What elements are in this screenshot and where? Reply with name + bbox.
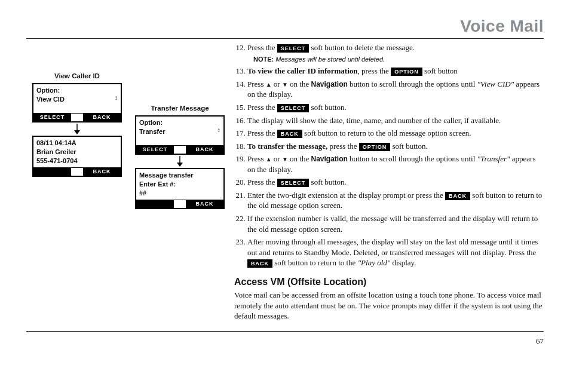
screen-line: Enter Ext #:: [139, 180, 220, 189]
screen-line: 555-471-0704: [36, 157, 118, 166]
fig1-screen1: Option: View CID↕ SELECT BACK: [32, 83, 122, 122]
step-22: If the extension number is valid, the me…: [247, 213, 544, 234]
screen-line: Brian Greiler: [36, 148, 118, 157]
softkey-select: SELECT: [136, 146, 174, 154]
flow-arrow-icon: [135, 156, 225, 167]
down-arrow-icon: ▼: [282, 156, 288, 163]
screen-line: Option:: [36, 86, 118, 95]
step-12: Press the SELECT soft button to delete t…: [247, 42, 544, 63]
screen-line: Message transfer: [139, 171, 220, 180]
step-23: After moving through all messages, the d…: [247, 237, 544, 268]
fig2-screen1: Option: Transfer↕ SELECT BACK: [135, 115, 225, 155]
fig2-screen2: Message transfer Enter Ext #: ## BACK: [135, 168, 225, 209]
step-21: Enter the two-digit extension at the dis…: [247, 190, 544, 211]
screen-line: 08/11 04:14A: [36, 139, 118, 148]
softkey-blank: [71, 168, 83, 176]
softkey-blank: [33, 168, 71, 176]
down-arrow-icon: ▼: [282, 81, 288, 88]
softkey-back: BACK: [186, 146, 223, 154]
section-title: Voice Mail: [26, 17, 544, 36]
back-button-icon: BACK: [445, 192, 470, 200]
screen-line: ##: [139, 189, 220, 198]
softkey-blank: [136, 200, 174, 208]
updown-icon: ↕: [217, 126, 221, 133]
up-arrow-icon: ▲: [266, 81, 272, 88]
page-number: 67: [26, 336, 544, 346]
softkey-select: SELECT: [33, 114, 71, 121]
select-button-icon: SELECT: [277, 179, 309, 187]
step-15: Press the SELECT soft button.: [247, 102, 544, 113]
access-vm-heading: Access VM (Offsite Location): [234, 275, 544, 289]
screen-line: Transfer↕: [139, 127, 220, 136]
select-button-icon: SELECT: [277, 44, 309, 53]
step-17: Press the BACK soft button to return to …: [247, 128, 544, 139]
svg-marker-3: [177, 163, 183, 167]
softkey-back: BACK: [83, 114, 121, 121]
up-arrow-icon: ▲: [266, 156, 272, 163]
step-13: To view the caller ID information, press…: [247, 66, 544, 76]
step-14: Press ▲ or ▼ on the Navigation button to…: [247, 79, 544, 100]
figure-column: View Caller ID Option: View CID↕ SELECT …: [26, 42, 223, 325]
option-button-icon: OPTION: [359, 143, 391, 151]
step-18: To transfer the message, press the OPTIO…: [247, 141, 544, 152]
option-button-icon: OPTION: [391, 68, 422, 76]
fig1-label: View Caller ID: [32, 72, 122, 79]
back-button-icon: BACK: [277, 130, 302, 138]
softkey-back: BACK: [83, 168, 121, 176]
step-16: The display will show the date, time, na…: [247, 115, 544, 126]
screen-line: Option:: [139, 118, 220, 127]
step-19: Press ▲ or ▼ on the Navigation button to…: [247, 154, 544, 174]
text-column: Press the SELECT soft button to delete t…: [234, 42, 544, 325]
back-button-icon: BACK: [247, 259, 272, 268]
access-vm-paragraph: Voice mail can be accessed from an offsi…: [234, 290, 544, 321]
bottom-rule: [26, 331, 544, 332]
softkey-blank: [174, 146, 186, 154]
softkey-blank: [174, 200, 186, 208]
top-rule: [26, 38, 544, 39]
svg-marker-1: [74, 130, 80, 134]
instruction-list: Press the SELECT soft button to delete t…: [234, 42, 544, 268]
note: NOTE: Messages will be stored until dele…: [253, 55, 544, 64]
select-button-icon: SELECT: [277, 104, 309, 112]
fig2-label: Transfer Message: [135, 105, 225, 112]
flow-arrow-icon: [32, 124, 122, 134]
softkey-blank: [71, 114, 83, 121]
step-20: Press the SELECT soft button.: [247, 177, 544, 188]
updown-icon: ↕: [115, 94, 118, 101]
fig1-screen2: 08/11 04:14A Brian Greiler 555-471-0704 …: [32, 136, 122, 177]
screen-line: View CID↕: [36, 95, 118, 104]
softkey-back: BACK: [186, 200, 223, 208]
